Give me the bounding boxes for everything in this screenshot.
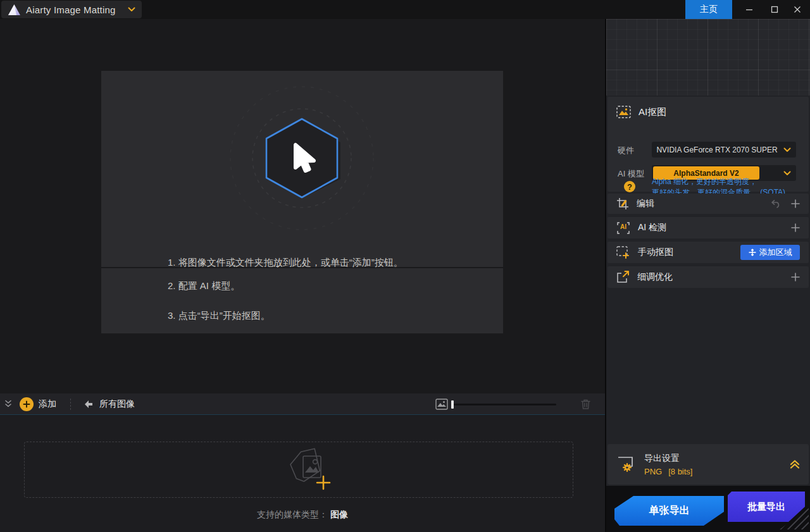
gallery-toolbar: 添加 所有图像 bbox=[0, 393, 605, 415]
panel-fine-tune[interactable]: 细调优化 bbox=[608, 266, 809, 288]
toolbar-divider bbox=[70, 399, 71, 410]
panel-ai-matting: AI抠图 硬件 NVIDIA GeForce RTX 2070 SUPER AI… bbox=[608, 97, 809, 192]
add-images-button[interactable]: 添加 bbox=[20, 397, 56, 411]
right-sidebar: AI抠图 硬件 NVIDIA GeForce RTX 2070 SUPER AI… bbox=[606, 19, 810, 532]
fine-tune-expand-plus-icon[interactable] bbox=[791, 273, 800, 281]
panel-manual-matting[interactable]: 手动抠图 添加区域 bbox=[608, 242, 809, 263]
fine-tune-icon bbox=[616, 271, 630, 283]
app-menu-button[interactable]: Aiarty Image Matting bbox=[1, 1, 142, 18]
all-images-button[interactable]: 所有图像 bbox=[84, 399, 135, 410]
app-menu-chevron-down-icon bbox=[128, 7, 135, 12]
supported-media-label: 支持的媒体类型： bbox=[257, 509, 328, 519]
batch-export-button[interactable]: 批量导出 bbox=[728, 492, 805, 522]
drop-target-hexagon-icon bbox=[213, 70, 390, 247]
drop-zone-steps: 2. 配置 AI 模型。 3. 点击“导出”开始抠图。 bbox=[101, 268, 503, 333]
all-images-label: 所有图像 bbox=[99, 399, 135, 410]
app-logo-icon bbox=[8, 4, 21, 16]
undo-icon[interactable] bbox=[770, 200, 781, 208]
app-title: Aiarty Image Matting bbox=[26, 4, 116, 15]
delete-trash-icon[interactable] bbox=[580, 399, 591, 410]
supported-media-note: 支持的媒体类型： 图像 bbox=[0, 509, 605, 521]
add-region-button[interactable]: 添加区域 bbox=[740, 245, 800, 260]
thumbnail-zoom-slider-handle[interactable] bbox=[451, 400, 454, 409]
add-region-plus-icon bbox=[749, 249, 756, 256]
hardware-label: 硬件 bbox=[618, 145, 634, 156]
ai-detect-expand-plus-icon[interactable] bbox=[791, 223, 800, 232]
transparency-preview-grid bbox=[606, 19, 810, 96]
hardware-chevron-down-icon bbox=[778, 147, 796, 152]
single-export-label: 单张导出 bbox=[649, 504, 690, 517]
edit-title: 编辑 bbox=[637, 198, 654, 209]
help-glyph: ? bbox=[627, 182, 632, 192]
add-button-label: 添加 bbox=[39, 399, 56, 410]
close-button[interactable] bbox=[785, 0, 810, 19]
gallery-strip: 支持的媒体类型： 图像 bbox=[0, 416, 605, 532]
minimize-button[interactable] bbox=[737, 0, 762, 19]
edit-icon bbox=[616, 197, 629, 210]
supported-media-value: 图像 bbox=[330, 509, 348, 519]
thumbnail-zoom-slider[interactable] bbox=[451, 404, 556, 405]
hardware-dropdown-value: NVIDIA GeForce RTX 2070 SUPER bbox=[652, 145, 778, 154]
home-button-label: 主页 bbox=[700, 4, 718, 15]
export-collapse-chevron-up-icon[interactable] bbox=[790, 460, 800, 469]
gallery-drop-area[interactable] bbox=[24, 442, 573, 498]
fine-tune-title: 细调优化 bbox=[637, 271, 673, 283]
model-hint-line1: Alpha 细化，更好的半透明度， bbox=[652, 176, 757, 187]
ai-model-label: AI 模型 bbox=[618, 168, 644, 180]
titlebar: Aiarty Image Matting 主页 bbox=[0, 0, 810, 19]
panel-ai-detect[interactable]: AI AI 检测 bbox=[608, 217, 809, 238]
back-arrow-icon bbox=[84, 400, 94, 409]
export-buttons-bar: 单张导出 批量导出 bbox=[606, 486, 810, 532]
ai-detect-icon: AI bbox=[616, 222, 630, 234]
ai-model-chevron-down-icon bbox=[778, 171, 796, 176]
batch-export-label: 批量导出 bbox=[747, 501, 785, 513]
app-window: Aiarty Image Matting 主页 bbox=[0, 0, 810, 532]
export-settings-panel[interactable]: 导出设置 PNG [8 bits] bbox=[608, 444, 809, 485]
export-format-value: PNG bbox=[644, 467, 662, 476]
main-canvas: 1. 将图像文件或文件夹拖放到此处，或单击“添加”按钮。 2. 配置 AI 模型… bbox=[0, 19, 605, 393]
panel-edit[interactable]: 编辑 bbox=[608, 194, 809, 214]
add-plus-icon bbox=[20, 397, 34, 411]
instruction-step-3: 3. 点击“导出”开始抠图。 bbox=[168, 310, 270, 322]
manual-matting-icon bbox=[616, 246, 630, 259]
export-settings-icon bbox=[616, 455, 637, 473]
edit-expand-plus-icon[interactable] bbox=[791, 199, 800, 208]
hardware-dropdown[interactable]: NVIDIA GeForce RTX 2070 SUPER bbox=[652, 142, 796, 158]
export-settings-title: 导出设置 bbox=[644, 453, 692, 464]
single-export-button[interactable]: 单张导出 bbox=[614, 496, 724, 526]
export-bits-value: [8 bits] bbox=[668, 467, 692, 476]
ai-detect-title: AI 检测 bbox=[638, 222, 666, 233]
add-region-label: 添加区域 bbox=[759, 247, 792, 258]
thumbnail-size-icon bbox=[435, 399, 448, 410]
maximize-button[interactable] bbox=[762, 0, 787, 19]
instruction-step-1: 1. 将图像文件或文件夹拖放到此处，或单击“添加”按钮。 bbox=[168, 257, 403, 269]
instruction-step-2: 2. 配置 AI 模型。 bbox=[168, 280, 240, 292]
model-help-icon[interactable]: ? bbox=[624, 181, 635, 192]
manual-matting-title: 手动抠图 bbox=[638, 247, 673, 258]
drop-zone[interactable]: 1. 将图像文件或文件夹拖放到此处，或单击“添加”按钮。 bbox=[101, 71, 503, 267]
ai-matting-title: AI抠图 bbox=[639, 106, 666, 118]
add-photos-icon bbox=[287, 447, 333, 493]
home-button[interactable]: 主页 bbox=[685, 0, 732, 19]
ai-detect-icon-label: AI bbox=[616, 223, 630, 230]
collapse-panel-icon[interactable] bbox=[4, 400, 12, 408]
ai-matting-icon bbox=[616, 106, 631, 118]
